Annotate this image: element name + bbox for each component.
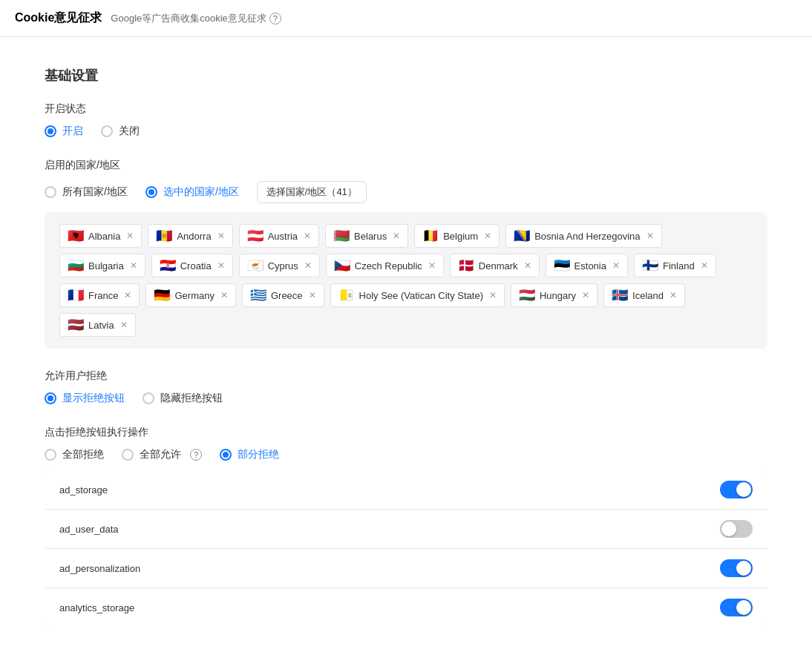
all-countries-option[interactable]: 所有国家/地区 (45, 185, 128, 199)
country-flag: 🇧🇾 (333, 229, 350, 243)
country-flag: 🇧🇪 (422, 229, 439, 243)
select-region-button[interactable]: 选择国家/地区（41） (257, 181, 367, 203)
toggle-thumb (736, 561, 751, 576)
country-remove-icon[interactable]: ✕ (612, 260, 620, 271)
country-remove-icon[interactable]: ✕ (220, 290, 228, 300)
reject-all-radio[interactable] (45, 449, 56, 461)
country-flag: 🇧🇬 (68, 259, 84, 272)
toggle-row: ad_storage (45, 470, 767, 510)
show-reject-btn-radio[interactable] (45, 392, 56, 404)
allow-reject-field: 允许用户拒绝 显示拒绝按钮 隐藏拒绝按钮 (45, 369, 767, 405)
country-tag: 🇩🇪 Germany ✕ (145, 283, 235, 307)
status-on-radio[interactable] (45, 125, 56, 137)
country-remove-icon[interactable]: ✕ (309, 290, 316, 300)
region-radio-group: 所有国家/地区 选中的国家/地区 选择国家/地区（41） (45, 181, 767, 203)
country-flag: 🇦🇱 (68, 229, 84, 243)
status-label: 开启状态 (45, 102, 767, 116)
country-flag: 🇧🇦 (514, 229, 530, 243)
region-label: 启用的国家/地区 (45, 159, 767, 172)
country-flag: 🇬🇷 (250, 289, 266, 302)
country-remove-icon[interactable]: ✕ (217, 260, 225, 271)
country-remove-icon[interactable]: ✕ (124, 290, 131, 300)
toggle-switch[interactable] (720, 599, 753, 616)
status-off-label: 关闭 (119, 125, 140, 138)
country-tag: 🇨🇿 Czech Republic ✕ (326, 254, 444, 277)
country-name: Albania (88, 231, 120, 242)
all-countries-radio[interactable] (45, 186, 56, 198)
countries-container: 🇦🇱 Albania ✕ 🇦🇩 Andorra ✕ 🇦🇹 Austria ✕ 🇧… (45, 212, 767, 349)
country-name: Latvia (88, 320, 114, 331)
country-remove-icon[interactable]: ✕ (484, 231, 491, 241)
country-flag: 🇨🇿 (334, 259, 350, 272)
country-flag: 🇱🇻 (68, 318, 84, 332)
country-flag: 🇮🇸 (612, 289, 628, 302)
reject-all-option[interactable]: 全部拒绝 (45, 448, 104, 461)
country-name: Estonia (574, 260, 606, 271)
country-tag: 🇧🇾 Belarus ✕ (325, 224, 408, 248)
country-remove-icon[interactable]: ✕ (304, 231, 311, 241)
toggle-row: ad_personalization (45, 549, 767, 588)
country-tag: 🇻🇦 Holy See (Vatican City State) ✕ (330, 283, 505, 307)
selected-countries-radio[interactable] (145, 186, 157, 198)
partial-reject-radio[interactable] (220, 449, 232, 461)
hide-reject-btn-radio[interactable] (143, 392, 154, 404)
country-remove-icon[interactable]: ✕ (130, 260, 137, 271)
country-remove-icon[interactable]: ✕ (582, 290, 589, 300)
country-tag: 🇬🇷 Greece ✕ (242, 283, 324, 307)
allow-reject-label: 允许用户拒绝 (45, 369, 767, 383)
show-reject-btn-option[interactable]: 显示拒绝按钮 (45, 392, 125, 405)
country-name: Finland (663, 260, 695, 271)
status-off-radio[interactable] (101, 125, 113, 137)
partial-reject-option[interactable]: 部分拒绝 (220, 448, 279, 461)
country-tag: 🇫🇷 France ✕ (59, 283, 140, 307)
country-flag: 🇭🇺 (519, 289, 535, 302)
reject-action-radio-group: 全部拒绝 全部允许 ? 部分拒绝 (45, 448, 767, 461)
country-name: Germany (174, 290, 214, 301)
country-tag: 🇦🇹 Austria ✕ (239, 224, 319, 248)
country-name: Cyprus (268, 260, 298, 271)
country-name: Bulgaria (88, 260, 124, 271)
country-flag: 🇦🇩 (156, 229, 172, 243)
country-tag: 🇮🇸 Iceland ✕ (603, 283, 685, 307)
country-remove-icon[interactable]: ✕ (304, 260, 312, 271)
country-remove-icon[interactable]: ✕ (524, 260, 531, 271)
top-bar: Cookie意见征求 Google等广告商收集cookie意见征求 ? (0, 0, 812, 37)
country-remove-icon[interactable]: ✕ (217, 231, 225, 241)
hide-reject-btn-option[interactable]: 隐藏拒绝按钮 (143, 392, 223, 405)
selected-countries-option[interactable]: 选中的国家/地区 (145, 185, 239, 199)
toggle-switch[interactable] (720, 481, 753, 498)
country-tag: 🇩🇰 Denmark ✕ (450, 254, 540, 277)
country-remove-icon[interactable]: ✕ (120, 320, 128, 330)
country-remove-icon[interactable]: ✕ (701, 260, 708, 271)
country-flag: 🇩🇰 (458, 259, 474, 272)
country-remove-icon[interactable]: ✕ (646, 231, 654, 241)
country-remove-icon[interactable]: ✕ (428, 260, 436, 271)
country-name: France (88, 290, 118, 301)
status-on-option[interactable]: 开启 (45, 125, 83, 138)
allow-all-option[interactable]: 全部允许 ? (122, 448, 202, 461)
country-name: Greece (271, 290, 303, 301)
country-name: Andorra (177, 231, 211, 242)
allow-all-help-icon[interactable]: ? (190, 449, 202, 461)
toggle-switch[interactable] (720, 520, 753, 538)
help-icon[interactable]: ? (269, 13, 281, 24)
toggle-label: ad_storage (59, 484, 108, 496)
country-remove-icon[interactable]: ✕ (489, 290, 497, 300)
country-tag: 🇫🇮 Finland ✕ (634, 254, 716, 277)
country-tag: 🇧🇪 Belgium ✕ (414, 224, 500, 248)
status-off-option[interactable]: 关闭 (101, 125, 140, 138)
country-flag: 🇫🇮 (642, 259, 658, 272)
partial-reject-label: 部分拒绝 (238, 448, 279, 461)
country-name: Czech Republic (355, 260, 422, 271)
country-remove-icon[interactable]: ✕ (126, 231, 134, 241)
country-tag: 🇦🇱 Albania ✕ (59, 224, 142, 248)
country-name: Bosnia And Herzegovina (534, 231, 640, 242)
allow-all-radio[interactable] (122, 449, 134, 461)
country-tag: 🇭🇺 Hungary ✕ (511, 283, 597, 307)
country-name: Holy See (Vatican City State) (359, 290, 483, 301)
country-remove-icon[interactable]: ✕ (393, 231, 400, 241)
section-title: 基础设置 (45, 67, 767, 85)
allow-reject-radio-group: 显示拒绝按钮 隐藏拒绝按钮 (45, 392, 767, 405)
toggle-switch[interactable] (720, 559, 753, 577)
country-remove-icon[interactable]: ✕ (669, 290, 677, 300)
